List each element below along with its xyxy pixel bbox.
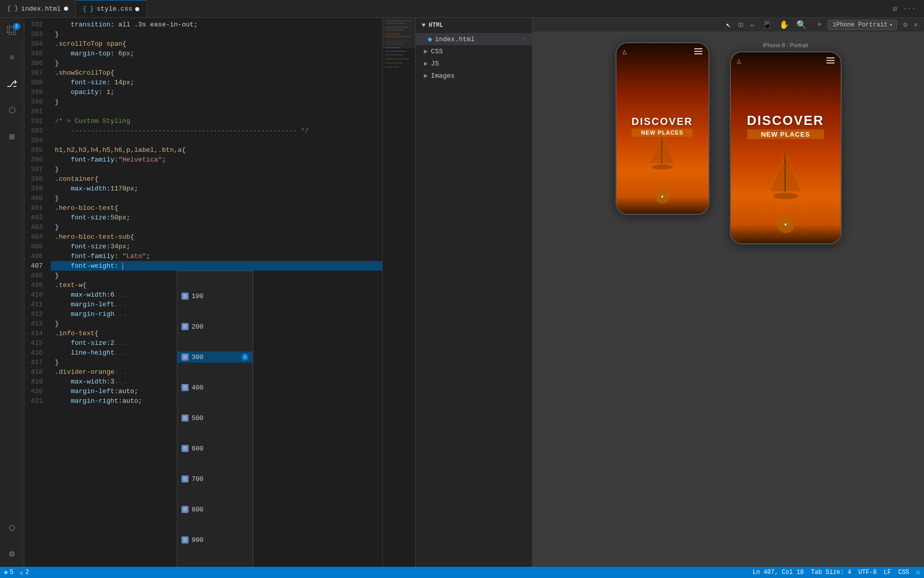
code-line-390: } [51, 97, 382, 107]
tree-images-expand-icon: ▶ [424, 72, 428, 80]
activity-search[interactable]: ⌕ [3, 48, 21, 67]
device-settings-icon[interactable]: ⚙ [903, 20, 907, 29]
code-line-394 [51, 136, 382, 145]
code-line-384: .scrollToTop span{ [51, 39, 382, 49]
activity-extensions[interactable]: ⊞ [3, 127, 21, 146]
account-icon: ◯ [9, 522, 15, 533]
tree-section-css[interactable]: ▶ CSS [416, 45, 532, 57]
code-line-406: font-family: "Lato"; [51, 251, 382, 261]
autocomplete-item-700[interactable]: ◫ 700 [177, 473, 253, 485]
tab-css-label: style.css [97, 5, 132, 13]
status-language[interactable]: CSS [898, 569, 909, 576]
extensions-icon: ⊞ [9, 131, 15, 142]
code-line-393: ----------------------------------------… [51, 126, 382, 136]
tab-style-css[interactable]: { } style.css [76, 0, 147, 17]
settings-icon: ⚙ [9, 548, 15, 559]
close-preview-icon[interactable]: ✕ [914, 20, 918, 29]
tree-js-label: JS [431, 60, 439, 68]
autocomplete-item-600[interactable]: ◫ 600 [177, 443, 253, 454]
svg-point-19 [773, 193, 798, 200]
activity-bar: ⿻ 2 ⌕ ⎇ ⬡ ⊞ ◯ ⚙ [0, 18, 24, 567]
autocomplete-item-400[interactable]: ◫ 400 [177, 382, 253, 393]
status-smiley[interactable]: ☺ [916, 569, 920, 576]
right-side: ▼ HTML ◉ index.html ⎋ ▶ CSS ▶ JS ▶ [416, 18, 924, 567]
tab-index-label: index.html [21, 5, 61, 13]
activity-account[interactable]: ◯ [3, 518, 21, 536]
modified-dot-css [135, 7, 139, 11]
code-line-382: transition: all .3s ease-in-out; [51, 20, 382, 29]
status-tab-size[interactable]: Tab Size: 4 [811, 569, 851, 576]
autocomplete-value-100: 100 [192, 292, 203, 301]
zoom-tool-icon[interactable]: 🔍 [796, 20, 807, 30]
error-icon: ⊗ [4, 569, 8, 576]
autocomplete-value-400: 400 [192, 383, 203, 393]
tree-js-expand-icon: ▶ [424, 59, 428, 68]
tree-html-header[interactable]: ▼ HTML [416, 18, 532, 33]
tree-images-label: Images [431, 72, 455, 80]
status-line-ending[interactable]: LF [884, 569, 891, 576]
phone-nav-left: △ [617, 43, 709, 59]
code-line-388: font-size: 14px; [51, 78, 382, 87]
activity-git[interactable]: ⎇ [3, 75, 21, 93]
scroll-btn-left[interactable]: ▾ [655, 189, 669, 204]
activity-files[interactable]: ⿻ 2 [3, 22, 21, 40]
code-panel: 382 383 384 385 386 387 388 389 390 391 … [24, 18, 416, 567]
autocomplete-item-300[interactable]: ◫ 300 i [177, 351, 253, 363]
status-position[interactable]: Ln 407, Col 18 [753, 569, 804, 576]
autocomplete-item-500[interactable]: ◫ 500 [177, 412, 253, 424]
autocomplete-value-700: 700 [192, 474, 203, 484]
pen-tool-icon[interactable]: ✏ [750, 20, 755, 30]
phone-label-right: iPhone 8 - Portrait [763, 42, 808, 48]
code-line-405: font-size:34px; [51, 242, 382, 251]
svg-rect-4 [385, 34, 401, 35]
smiley-icon: ☺ [916, 569, 920, 576]
hand-tool-icon[interactable]: ✋ [779, 20, 789, 30]
status-encoding[interactable]: UTF-8 [858, 569, 877, 576]
svg-rect-15 [661, 133, 662, 164]
code-line-407[interactable]: font-weight: ◫ 100 ◫ 200 [51, 261, 382, 271]
svg-rect-3 [385, 29, 403, 30]
tab-group: { } index.html { } style.css [0, 0, 147, 17]
tree-link-icon[interactable]: ⎋ [522, 36, 526, 43]
activity-settings[interactable]: ⚙ [3, 544, 21, 563]
autocomplete-item-100[interactable]: ◫ 100 [177, 291, 253, 302]
activity-debug[interactable]: ⬡ [3, 101, 21, 119]
autocomplete-item-900[interactable]: ◫ 900 [177, 534, 253, 545]
error-count: 5 [10, 569, 13, 576]
position-text: Ln 407, Col 18 [753, 569, 804, 576]
css-file-icon: { } [83, 6, 94, 13]
autocomplete-item-200[interactable]: ◫ 200 [177, 321, 253, 332]
svg-rect-13 [385, 67, 398, 68]
files-badge: 2 [13, 23, 20, 30]
code-line-397: } [51, 165, 382, 174]
tab-size-text: Tab Size: 4 [811, 569, 851, 576]
svg-rect-10 [385, 54, 404, 55]
tree-index-label: index.html [435, 36, 475, 43]
mobile-icon[interactable]: 📱 [762, 20, 772, 30]
scroll-btn-right[interactable]: ▾ [777, 216, 794, 233]
autocomplete-value-600: 600 [192, 444, 203, 454]
svg-point-16 [652, 165, 672, 170]
tree-section-js[interactable]: ▶ JS [416, 57, 532, 70]
autocomplete-value-bold: bold [192, 566, 207, 567]
status-errors[interactable]: ⊗ 5 [4, 569, 13, 576]
tree-expand-icon: ▼ [422, 22, 425, 29]
status-warnings[interactable]: ⚠ 2 [19, 569, 28, 576]
split-editor-icon[interactable]: ⊟ [892, 5, 897, 13]
add-preview-icon[interactable]: + [817, 20, 822, 29]
tree-section-images[interactable]: ▶ Images [416, 70, 532, 82]
select-tool-icon[interactable]: ↖ [726, 20, 731, 30]
preview-icons: ↖ ⊡ ✏ 📱 ✋ 🔍 [726, 20, 807, 30]
autocomplete-item-800[interactable]: ◫ 800 [177, 504, 253, 515]
tab-index-html[interactable]: { } index.html [0, 0, 76, 17]
chevron-down-icon-left: ▾ [660, 193, 664, 201]
tree-item-index-html[interactable]: ◉ index.html ⎋ [416, 33, 532, 45]
device-label: iPhone Portrait [833, 21, 887, 28]
discover-text-right: DISCOVER NEW PLACES [747, 113, 824, 139]
more-options-icon[interactable]: ··· [903, 5, 916, 13]
select-box-icon[interactable]: ⊡ [738, 20, 743, 30]
code-lines[interactable]: transition: all .3s ease-in-out; } .scro… [51, 18, 382, 567]
modified-dot-html [64, 7, 68, 11]
device-selector[interactable]: iPhone Portrait ▾ [828, 20, 897, 30]
autocomplete-item-bold[interactable]: ◫ bold [177, 565, 253, 567]
